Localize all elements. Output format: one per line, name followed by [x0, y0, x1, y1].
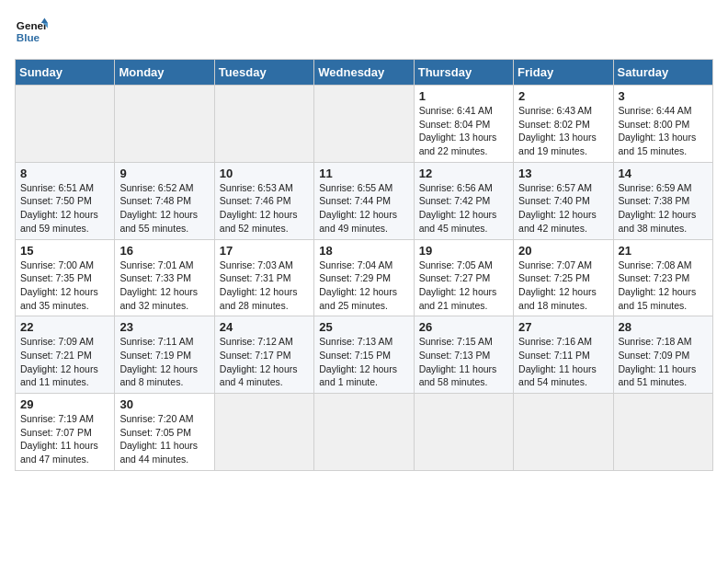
day-number: 23	[119, 320, 209, 334]
day-number: 12	[419, 167, 508, 180]
calendar-cell: 22Sunrise: 7:09 AMSunset: 7:21 PMDayligh…	[16, 316, 115, 394]
cell-content: Sunrise: 7:04 AMSunset: 7:29 PMDaylight:…	[319, 259, 408, 313]
calendar-cell	[314, 86, 414, 163]
calendar-table: SundayMondayTuesdayWednesdayThursdayFrid…	[15, 59, 713, 471]
cell-content: Sunrise: 6:41 AMSunset: 8:04 PMDaylight:…	[419, 104, 508, 158]
day-number: 15	[20, 244, 109, 258]
day-number: 17	[220, 244, 309, 258]
cell-content: Sunrise: 7:19 AMSunset: 7:07 PMDaylight:…	[20, 412, 109, 466]
calendar-cell: 9Sunrise: 6:52 AMSunset: 7:48 PMDaylight…	[115, 162, 214, 239]
col-header-sunday: Sunday	[16, 60, 115, 86]
cell-content: Sunrise: 7:01 AMSunset: 7:33 PMDaylight:…	[119, 259, 209, 313]
cell-content: Sunrise: 6:57 AMSunset: 7:40 PMDaylight:…	[518, 181, 608, 236]
calendar-cell	[214, 86, 313, 163]
day-number: 29	[20, 397, 109, 411]
day-number: 9	[119, 167, 209, 180]
cell-content: Sunrise: 7:16 AMSunset: 7:11 PMDaylight:…	[518, 335, 608, 389]
col-header-friday: Friday	[514, 60, 613, 86]
calendar-cell: 13Sunrise: 6:57 AMSunset: 7:40 PMDayligh…	[514, 162, 613, 239]
calendar-cell: 21Sunrise: 7:08 AMSunset: 7:23 PMDayligh…	[613, 239, 712, 316]
day-number: 2	[518, 89, 608, 103]
day-number: 18	[319, 244, 408, 258]
day-number: 30	[119, 397, 209, 411]
calendar-cell: 24Sunrise: 7:12 AMSunset: 7:17 PMDayligh…	[214, 316, 313, 394]
cell-content: Sunrise: 7:00 AMSunset: 7:35 PMDaylight:…	[20, 259, 109, 313]
col-header-saturday: Saturday	[613, 60, 712, 86]
calendar-cell	[414, 394, 513, 471]
logo-icon: General Blue	[15, 15, 48, 48]
day-number: 24	[220, 320, 309, 334]
calendar-cell	[514, 394, 613, 471]
calendar-cell: 10Sunrise: 6:53 AMSunset: 7:46 PMDayligh…	[214, 162, 313, 239]
cell-content: Sunrise: 6:55 AMSunset: 7:44 PMDaylight:…	[319, 181, 408, 236]
cell-content: Sunrise: 7:12 AMSunset: 7:17 PMDaylight:…	[220, 335, 309, 389]
col-header-monday: Monday	[115, 60, 214, 86]
day-number: 20	[518, 244, 608, 258]
day-number: 3	[619, 89, 708, 103]
cell-content: Sunrise: 6:52 AMSunset: 7:48 PMDaylight:…	[119, 181, 209, 236]
calendar-cell: 17Sunrise: 7:03 AMSunset: 7:31 PMDayligh…	[214, 239, 313, 316]
day-number: 13	[518, 167, 608, 180]
col-header-tuesday: Tuesday	[214, 60, 313, 86]
calendar-cell: 1Sunrise: 6:41 AMSunset: 8:04 PMDaylight…	[414, 86, 513, 163]
cell-content: Sunrise: 7:15 AMSunset: 7:13 PMDaylight:…	[419, 335, 508, 389]
day-number: 1	[419, 89, 508, 103]
cell-content: Sunrise: 7:20 AMSunset: 7:05 PMDaylight:…	[119, 412, 209, 466]
calendar-cell	[314, 394, 414, 471]
cell-content: Sunrise: 6:56 AMSunset: 7:42 PMDaylight:…	[419, 181, 508, 236]
calendar-cell: 15Sunrise: 7:00 AMSunset: 7:35 PMDayligh…	[16, 239, 115, 316]
cell-content: Sunrise: 7:11 AMSunset: 7:19 PMDaylight:…	[119, 335, 209, 389]
calendar-cell: 30Sunrise: 7:20 AMSunset: 7:05 PMDayligh…	[115, 394, 214, 471]
cell-content: Sunrise: 6:51 AMSunset: 7:50 PMDaylight:…	[20, 181, 109, 236]
day-number: 28	[619, 320, 708, 334]
calendar-cell: 14Sunrise: 6:59 AMSunset: 7:38 PMDayligh…	[613, 162, 712, 239]
cell-content: Sunrise: 7:03 AMSunset: 7:31 PMDaylight:…	[220, 259, 309, 313]
day-number: 27	[518, 320, 608, 334]
calendar-cell: 3Sunrise: 6:44 AMSunset: 8:00 PMDaylight…	[613, 86, 712, 163]
day-number: 14	[619, 167, 708, 180]
day-number: 8	[20, 167, 109, 180]
calendar-cell	[214, 394, 313, 471]
day-number: 11	[319, 167, 408, 180]
calendar-cell: 18Sunrise: 7:04 AMSunset: 7:29 PMDayligh…	[314, 239, 414, 316]
calendar-cell: 19Sunrise: 7:05 AMSunset: 7:27 PMDayligh…	[414, 239, 513, 316]
cell-content: Sunrise: 7:09 AMSunset: 7:21 PMDaylight:…	[20, 335, 109, 389]
calendar-cell	[613, 394, 712, 471]
cell-content: Sunrise: 7:13 AMSunset: 7:15 PMDaylight:…	[319, 335, 408, 389]
logo: General Blue	[15, 15, 48, 48]
svg-text:Blue: Blue	[17, 31, 40, 43]
calendar-cell: 2Sunrise: 6:43 AMSunset: 8:02 PMDaylight…	[514, 86, 613, 163]
col-header-thursday: Thursday	[414, 60, 513, 86]
calendar-cell: 11Sunrise: 6:55 AMSunset: 7:44 PMDayligh…	[314, 162, 414, 239]
calendar-cell: 27Sunrise: 7:16 AMSunset: 7:11 PMDayligh…	[514, 316, 613, 394]
cell-content: Sunrise: 6:59 AMSunset: 7:38 PMDaylight:…	[619, 181, 708, 236]
page-header: General Blue	[15, 15, 713, 48]
calendar-cell: 23Sunrise: 7:11 AMSunset: 7:19 PMDayligh…	[115, 316, 214, 394]
calendar-cell	[115, 86, 214, 163]
day-number: 19	[419, 244, 508, 258]
cell-content: Sunrise: 6:53 AMSunset: 7:46 PMDaylight:…	[220, 181, 309, 236]
day-number: 25	[319, 320, 408, 334]
calendar-cell: 28Sunrise: 7:18 AMSunset: 7:09 PMDayligh…	[613, 316, 712, 394]
calendar-cell: 8Sunrise: 6:51 AMSunset: 7:50 PMDaylight…	[16, 162, 115, 239]
day-number: 10	[220, 167, 309, 180]
calendar-cell: 20Sunrise: 7:07 AMSunset: 7:25 PMDayligh…	[514, 239, 613, 316]
calendar-cell: 16Sunrise: 7:01 AMSunset: 7:33 PMDayligh…	[115, 239, 214, 316]
day-number: 21	[619, 244, 708, 258]
calendar-cell: 29Sunrise: 7:19 AMSunset: 7:07 PMDayligh…	[16, 394, 115, 471]
cell-content: Sunrise: 7:08 AMSunset: 7:23 PMDaylight:…	[619, 259, 708, 313]
cell-content: Sunrise: 7:05 AMSunset: 7:27 PMDaylight:…	[419, 259, 508, 313]
calendar-cell: 26Sunrise: 7:15 AMSunset: 7:13 PMDayligh…	[414, 316, 513, 394]
day-number: 26	[419, 320, 508, 334]
cell-content: Sunrise: 7:18 AMSunset: 7:09 PMDaylight:…	[619, 335, 708, 389]
calendar-cell	[16, 86, 115, 163]
cell-content: Sunrise: 6:44 AMSunset: 8:00 PMDaylight:…	[619, 104, 708, 158]
day-number: 22	[20, 320, 109, 334]
cell-content: Sunrise: 7:07 AMSunset: 7:25 PMDaylight:…	[518, 259, 608, 313]
calendar-cell: 25Sunrise: 7:13 AMSunset: 7:15 PMDayligh…	[314, 316, 414, 394]
cell-content: Sunrise: 6:43 AMSunset: 8:02 PMDaylight:…	[518, 104, 608, 158]
day-number: 16	[119, 244, 209, 258]
col-header-wednesday: Wednesday	[314, 60, 414, 86]
calendar-cell: 12Sunrise: 6:56 AMSunset: 7:42 PMDayligh…	[414, 162, 513, 239]
